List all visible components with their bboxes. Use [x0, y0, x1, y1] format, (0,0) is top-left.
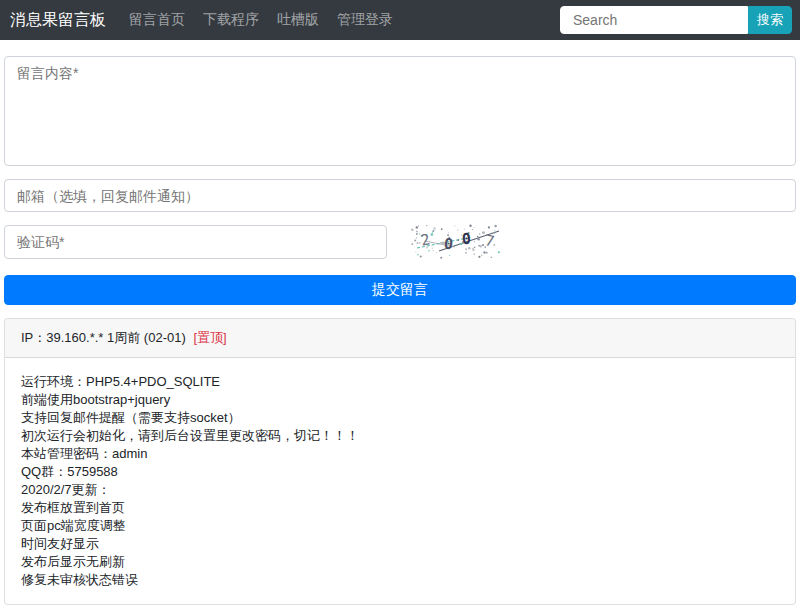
- message-line: 支持回复邮件提醒（需要支持socket）: [21, 409, 779, 427]
- message-ip-time: IP：39.160.*.* 1周前 (02-01): [21, 330, 186, 345]
- message-line: 前端使用bootstrap+jquery: [21, 391, 779, 409]
- brand-link[interactable]: 消息果留言板: [10, 10, 106, 31]
- nav-links: 留言首页下载程序吐槽版管理登录: [120, 11, 402, 29]
- message-line: 运行环境：PHP5.4+PDO_SQLITE: [21, 373, 779, 391]
- captcha-digit: 0: [461, 232, 471, 248]
- email-field[interactable]: [4, 179, 796, 212]
- message-card-header: IP：39.160.*.* 1周前 (02-01) [置顶]: [5, 319, 795, 358]
- message-line: 修复未审核状态错误: [21, 571, 779, 589]
- message-card-body: 运行环境：PHP5.4+PDO_SQLITE前端使用bootstrap+jque…: [5, 358, 795, 604]
- message-card: IP：39.160.*.* 1周前 (02-01) [置顶] 运行环境：PHP5…: [4, 318, 796, 605]
- nav-link[interactable]: 吐槽版: [268, 11, 328, 29]
- search-form: 搜索: [560, 6, 792, 34]
- nav-link[interactable]: 留言首页: [120, 11, 194, 29]
- message-line: 本站管理密码：admin: [21, 445, 779, 463]
- top-navbar: 消息果留言板 留言首页下载程序吐槽版管理登录 搜索: [0, 0, 800, 40]
- search-input[interactable]: [560, 6, 748, 34]
- pinned-badge: [置顶]: [193, 330, 226, 345]
- message-line: 发布后显示无刷新: [21, 553, 779, 571]
- message-line: 初次运行会初始化，请到后台设置里更改密码，切记！！！: [21, 427, 779, 445]
- main-content: 2 0 0 7 提交留言 IP：39.160.*.* 1周前 (02-01) […: [0, 40, 800, 610]
- submit-message-button[interactable]: 提交留言: [4, 275, 796, 305]
- message-line: 2020/2/7更新：: [21, 481, 779, 499]
- message-line: 发布框放置到首页: [21, 499, 779, 517]
- captcha-image[interactable]: 2 0 0 7: [411, 224, 501, 259]
- search-button[interactable]: 搜索: [748, 6, 792, 34]
- message-line: QQ群：5759588: [21, 463, 779, 481]
- captcha-field[interactable]: [4, 225, 387, 259]
- message-line: 时间友好显示: [21, 535, 779, 553]
- captcha-digit: 0: [443, 237, 454, 253]
- nav-link[interactable]: 下载程序: [194, 11, 268, 29]
- nav-link[interactable]: 管理登录: [328, 11, 402, 29]
- captcha-row: 2 0 0 7: [4, 224, 796, 259]
- message-textarea[interactable]: [4, 56, 796, 166]
- message-line: 页面pc端宽度调整: [21, 517, 779, 535]
